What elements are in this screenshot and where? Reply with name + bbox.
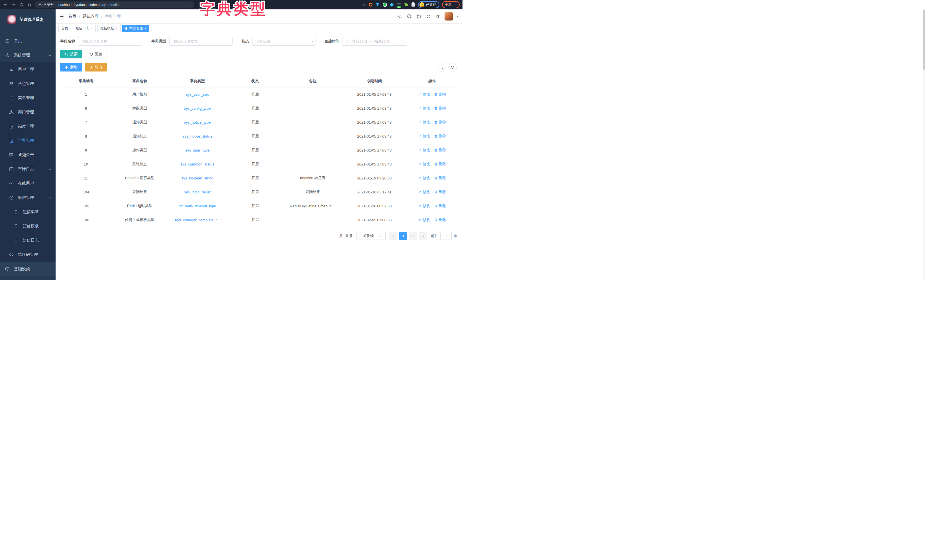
sidebar-item-error-codes[interactable]: 错误码管理 bbox=[0, 247, 56, 262]
date-range-picker[interactable]: 开始日期 ~ 结束日期 bbox=[342, 37, 407, 45]
sidebar-item-sms[interactable]: 短信管理 bbox=[0, 191, 56, 205]
extension-icon-on-badge[interactable]: on bbox=[397, 3, 401, 7]
sidebar-item-audit-log[interactable]: 审计日志 bbox=[0, 162, 56, 176]
github-icon[interactable] bbox=[407, 14, 412, 19]
status-select[interactable]: ▾ bbox=[252, 37, 315, 45]
table-refresh-button[interactable] bbox=[448, 63, 457, 71]
extension-icon-blue-gem[interactable] bbox=[375, 3, 380, 7]
extension-icon-green-circle[interactable] bbox=[383, 3, 387, 7]
dict-type-link[interactable]: sys_notice_type bbox=[167, 115, 227, 129]
sidebar-item-departments[interactable]: 部门管理 bbox=[0, 105, 56, 119]
fullscreen-icon[interactable] bbox=[426, 14, 431, 19]
dict-name-input[interactable] bbox=[78, 37, 142, 45]
edit-link[interactable]: 修改 bbox=[418, 217, 430, 223]
sidebar-item-online-users[interactable]: 在线用户 bbox=[0, 176, 56, 191]
delete-link[interactable]: 删除 bbox=[434, 190, 446, 194]
dict-type-link[interactable]: tool_codegen_template_t... bbox=[167, 213, 227, 227]
sidebar-item-menus[interactable]: 菜单管理 bbox=[0, 91, 56, 105]
address-bar[interactable]: 不安全 dashboard.yudao.iocoder.cn/system/di… bbox=[35, 2, 194, 8]
profile-emoji-avatar bbox=[419, 2, 424, 7]
sidebar-item-sms-template[interactable]: 短信模板 bbox=[0, 219, 56, 233]
sidebar-item-users[interactable]: 用户管理 bbox=[0, 62, 56, 77]
dict-type-link[interactable]: sys_notice_status bbox=[167, 129, 227, 143]
edit-link[interactable]: 修改 bbox=[418, 134, 430, 139]
next-page-button[interactable]: › bbox=[419, 232, 427, 240]
tab-sms-log[interactable]: 短信日志× bbox=[73, 25, 96, 32]
breadcrumb-system[interactable]: 系统管理 bbox=[83, 14, 99, 19]
sidebar-item-infrastructure[interactable]: 基础设施 bbox=[0, 262, 56, 276]
dict-type-link[interactable]: sys_user_sex bbox=[167, 87, 227, 101]
dict-type-link[interactable]: sys_boolean_string bbox=[167, 171, 227, 185]
edit-link[interactable]: 修改 bbox=[418, 106, 430, 111]
sidebar-item-home[interactable]: 首页 bbox=[0, 34, 56, 48]
edit-link[interactable]: 修改 bbox=[418, 120, 430, 125]
sidebar-item-dict[interactable]: 字典管理 bbox=[0, 134, 56, 148]
edit-icon bbox=[418, 148, 422, 152]
bookmark-star-icon[interactable]: ☆ bbox=[362, 3, 366, 7]
dict-type-link[interactable]: inf_redis_timeout_type bbox=[167, 199, 227, 213]
delete-link[interactable]: 删除 bbox=[434, 134, 446, 139]
breadcrumb-home[interactable]: 首页 bbox=[68, 14, 76, 19]
page-size-select[interactable]: 10条/页 ▾ bbox=[357, 232, 386, 240]
edit-link[interactable]: 修改 bbox=[418, 175, 430, 181]
edit-link[interactable]: 修改 bbox=[418, 190, 430, 194]
search-icon[interactable] bbox=[398, 14, 403, 19]
tab-home[interactable]: 首页 bbox=[59, 25, 71, 32]
close-icon[interactable]: × bbox=[91, 27, 93, 30]
delete-link[interactable]: 删除 bbox=[434, 92, 446, 97]
delete-link[interactable]: 删除 bbox=[434, 120, 446, 125]
delete-link[interactable]: 删除 bbox=[434, 106, 446, 111]
profile-paused-badge[interactable]: 已暂停 bbox=[418, 1, 440, 8]
browser-menu-kebab-icon[interactable]: ⋮ bbox=[453, 3, 457, 6]
not-secure-warning[interactable]: 不安全 bbox=[38, 2, 54, 7]
avatar-caret-down-icon[interactable]: ▾ bbox=[457, 15, 458, 18]
tab-sms-template[interactable]: 短信模板× bbox=[98, 25, 121, 32]
sidebar-item-roles[interactable]: 角色管理 bbox=[0, 77, 56, 91]
help-icon[interactable] bbox=[416, 14, 422, 19]
page-button-1[interactable]: 1 bbox=[399, 232, 407, 240]
sidebar-item-sms-log[interactable]: 短信日志 bbox=[0, 233, 56, 247]
app-logo-row[interactable]: 芋道管理系统 bbox=[0, 9, 56, 30]
sidebar-item-sms-channel[interactable]: 短信渠道 bbox=[0, 205, 56, 219]
dict-type-input[interactable] bbox=[169, 37, 232, 45]
reload-icon[interactable] bbox=[19, 2, 24, 8]
prev-page-button[interactable]: ‹ bbox=[389, 232, 397, 240]
dict-type-link[interactable]: sys_oper_type bbox=[167, 143, 227, 157]
delete-link[interactable]: 删除 bbox=[434, 175, 446, 181]
sidebar-item-system[interactable]: 系统管理 bbox=[0, 48, 56, 62]
forward-icon[interactable] bbox=[11, 2, 16, 8]
edit-link[interactable]: 修改 bbox=[418, 92, 430, 97]
delete-link[interactable]: 删除 bbox=[434, 203, 446, 209]
user-avatar[interactable] bbox=[444, 12, 453, 21]
update-button[interactable]: 更新 ⋮ bbox=[442, 1, 459, 8]
page-button-2[interactable]: 2 bbox=[409, 232, 417, 240]
home-icon[interactable] bbox=[27, 2, 32, 8]
back-icon[interactable] bbox=[3, 2, 8, 8]
dict-type-link[interactable]: sys_login_result bbox=[167, 185, 227, 199]
extension-icon-blue-diamond[interactable] bbox=[390, 3, 394, 7]
delete-link[interactable]: 删除 bbox=[434, 217, 446, 223]
dict-type-link[interactable]: sys_common_status bbox=[167, 157, 227, 171]
sidebar-item-posts[interactable]: 岗位管理 bbox=[0, 119, 56, 134]
goto-page-input[interactable] bbox=[440, 232, 452, 240]
export-button[interactable]: 导出 bbox=[85, 63, 107, 71]
font-size-icon[interactable]: tT bbox=[435, 14, 440, 19]
hamburger-icon[interactable] bbox=[60, 14, 65, 19]
search-button[interactable]: 搜索 bbox=[60, 50, 82, 59]
add-button[interactable]: 新增 bbox=[60, 63, 82, 71]
edit-link[interactable]: 修改 bbox=[418, 148, 430, 153]
reset-button[interactable]: 重置 bbox=[85, 50, 107, 59]
delete-link[interactable]: 删除 bbox=[434, 148, 446, 153]
dict-type-link[interactable]: sys_config_type bbox=[167, 101, 227, 115]
edit-link[interactable]: 修改 bbox=[418, 161, 430, 167]
edit-link[interactable]: 修改 bbox=[418, 203, 430, 209]
delete-link[interactable]: 删除 bbox=[434, 161, 446, 167]
sidebar-item-notices[interactable]: 通知公告 bbox=[0, 148, 56, 162]
extensions-puzzle-icon[interactable] bbox=[411, 3, 416, 7]
table-search-toggle-button[interactable] bbox=[437, 63, 445, 71]
close-icon[interactable]: × bbox=[145, 27, 146, 30]
extension-icon-leaf[interactable] bbox=[404, 3, 408, 7]
extension-icon-orange-ring[interactable] bbox=[368, 3, 373, 7]
close-icon[interactable]: × bbox=[116, 27, 118, 30]
tab-dict-active[interactable]: 字典管理× bbox=[122, 25, 149, 32]
